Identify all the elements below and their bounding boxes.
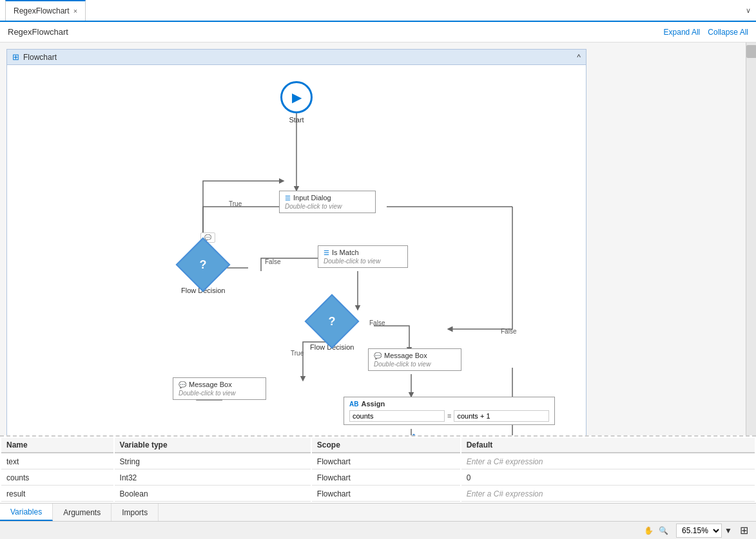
tab-close-icon[interactable]: × [73,7,77,15]
edge-false1: False [265,258,280,265]
assign-node[interactable]: AB Assign = [344,397,555,425]
edge-false3: False [501,328,516,335]
col-type: Variable type [115,438,311,453]
var-type-counts: Int32 [115,471,311,486]
toolbar: RegexFlowchart Expand All Collapse All [0,22,756,43]
var-row-text: text String Flowchart Enter a C# express… [1,455,755,469]
title-bar: RegexFlowchart × ∨ [0,0,756,22]
var-scope-result: Flowchart [312,487,460,502]
is-match-label: Is Match [332,249,359,256]
var-type-text: String [115,455,311,469]
var-name-text: text [1,455,113,469]
col-default: Default [461,438,755,453]
input-dialog-node[interactable]: ☰ Input Dialog Double-click to view [279,191,376,213]
variables-table: Name Variable type Scope Default text St… [0,437,756,503]
toolbar-title: RegexFlowchart [8,27,68,37]
fit-icon[interactable]: ⊞ [740,524,748,536]
main-area: ⊞ Flowchart ^ [0,43,756,435]
edge-true2: True [291,350,304,357]
message-box-2-rect: 💬 Message Box Double-click to view [173,377,266,400]
assign-label: Assign [361,400,385,408]
tab-regex-flowchart[interactable]: RegexFlowchart × [5,0,86,21]
right-scrollbar[interactable] [746,43,756,435]
var-scope-text: Flowchart [312,455,460,469]
input-dialog-icon: ☰ [285,194,291,202]
message-box-2-icon: 💬 [179,381,186,388]
bottom-panel: Name Variable type Scope Default text St… [0,435,756,521]
expand-all-button[interactable]: Expand All [664,28,701,37]
search-icon[interactable]: 🔍 [659,526,668,535]
flow-decision-2-diamond: ? [305,294,360,349]
message-box-2-node[interactable]: 💬 Message Box Double-click to view [173,377,266,400]
message-box-1-node[interactable]: 💬 Message Box Double-click to view [368,348,461,371]
message-box-1-label: Message Box [384,352,427,359]
is-match-icon: ☰ [324,249,329,256]
tab-arguments[interactable]: Arguments [53,504,111,521]
is-match-rect: ☰ Is Match Double-click to view [318,245,408,268]
input-dialog-label: Input Dialog [293,194,331,202]
message-box-1-rect: 💬 Message Box Double-click to view [368,348,461,371]
var-name-result: result [1,487,113,502]
toolbar-actions: Expand All Collapse All [664,28,748,37]
zoom-select[interactable]: 65.15% 100% 75% 50% [676,524,722,538]
scroll-down-icon: ∨ [746,6,751,15]
tab-imports[interactable]: Imports [111,504,159,521]
var-name-counts: counts [1,471,113,486]
flowchart-arrows [16,71,577,435]
tab-label: RegexFlowchart [14,6,70,15]
var-row-result: result Boolean Flowchart Enter a C# expr… [1,487,755,502]
start-play-icon: ▶ [292,90,302,105]
var-type-result: Boolean [115,487,311,502]
flow-decision-1-diamond: ? [176,238,231,292]
var-default-result[interactable]: Enter a C# expression [461,487,755,502]
flowchart-collapse-icon[interactable]: ^ [577,53,581,62]
input-dialog-rect: ☰ Input Dialog Double-click to view [279,191,376,213]
flowchart-panel: ⊞ Flowchart ^ [6,49,586,435]
flow-decision-3-diamond: ? [387,434,441,435]
variables-header-row: Name Variable type Scope Default [1,438,755,453]
assign-val-field[interactable] [454,410,549,422]
start-circle: ▶ [280,81,313,113]
edge-false2: False [369,319,385,326]
var-default-counts[interactable]: 0 [461,471,755,486]
input-dialog-sub: Double-click to view [285,203,342,210]
canvas-container[interactable]: ⊞ Flowchart ^ [0,43,746,435]
flowchart-header: ⊞ Flowchart ^ [7,50,586,65]
var-default-text[interactable]: Enter a C# expression [461,455,755,469]
zoom-dropdown-icon: ▼ [724,526,732,535]
flow-decision-2-node[interactable]: ? Flow Decision [310,302,354,351]
message-box-1-icon: 💬 [374,352,382,359]
is-match-sub: Double-click to view [324,258,380,265]
bottom-tabs: Variables Arguments Imports [0,503,756,521]
status-bar: ✋ 🔍 65.15% 100% 75% 50% ▼ ⊞ [0,521,756,539]
title-bar-right: ∨ [746,6,751,15]
var-row-counts: counts Int32 Flowchart 0 [1,471,755,486]
col-scope: Scope [312,438,460,453]
flowchart-title: Flowchart [23,53,57,62]
flowchart-icon: ⊞ [12,52,19,62]
status-zoom: 65.15% 100% 75% 50% ▼ [676,524,732,538]
message-box-2-label: Message Box [189,381,232,388]
assign-icon: AB [349,401,358,408]
message-box-2-sub: Double-click to view [179,390,235,397]
flowchart-canvas: ▶ Start ☰ Input Dialog Double-click to v… [16,71,577,435]
var-scope-counts: Flowchart [312,471,460,486]
is-match-node[interactable]: ☰ Is Match Double-click to view [318,245,408,268]
start-node[interactable]: ▶ Start [280,81,313,124]
edge-true1: True [229,200,242,207]
collapse-all-button[interactable]: Collapse All [708,28,748,37]
start-label: Start [289,116,304,124]
tab-variables[interactable]: Variables [0,504,53,521]
message-box-1-sub: Double-click to view [374,361,431,368]
assign-eq-label: = [447,412,451,420]
status-icons: ✋ 🔍 [644,526,668,535]
col-name: Name [1,438,113,453]
flow-decision-1-node[interactable]: 💬 ? Flow Decision [181,245,225,294]
assign-rect: AB Assign = [344,397,555,425]
assign-var-field[interactable] [349,410,445,422]
hand-icon[interactable]: ✋ [644,526,654,535]
